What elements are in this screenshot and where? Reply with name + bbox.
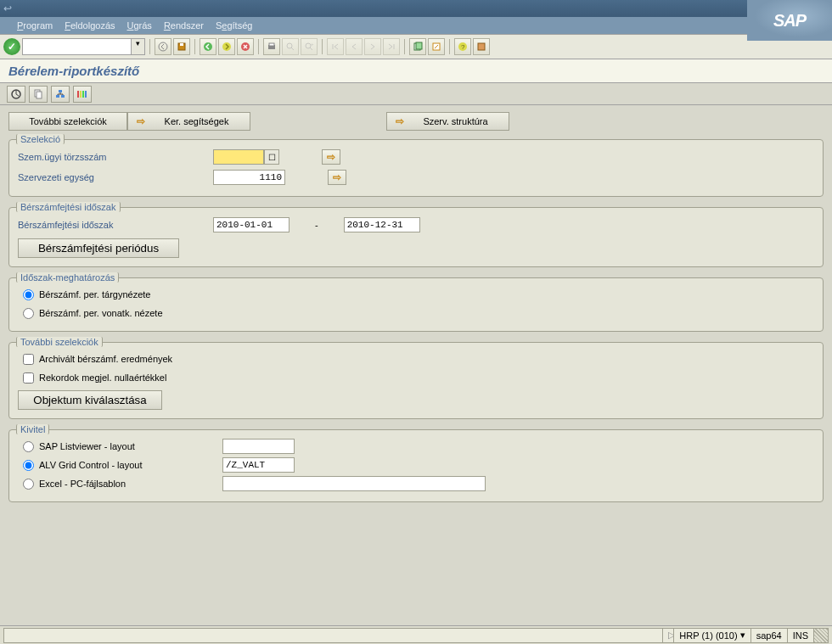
sap-logo: SAP xyxy=(747,0,832,41)
excel-label: Excel - PC-fájlsablon xyxy=(39,479,217,489)
alv-grid-layout-input[interactable] xyxy=(222,457,295,473)
excel-radio[interactable] xyxy=(23,479,34,490)
menu-rendszer[interactable]: Rendszer xyxy=(164,20,204,31)
svg-rect-30 xyxy=(59,90,62,92)
new-session-button[interactable] xyxy=(409,38,426,55)
svg-rect-13 xyxy=(269,43,274,46)
back-green-button[interactable] xyxy=(200,38,216,55)
back-button[interactable] xyxy=(155,38,171,55)
svg-point-8 xyxy=(222,42,231,51)
sap-window: ↩ SAP Program Feldolgozás Ugrás Rendszer… xyxy=(0,0,832,644)
menu-segitseg[interactable]: Segítség xyxy=(216,20,252,31)
ker-segitsegek-button[interactable]: ⇨Ker. segítségek xyxy=(127,112,250,131)
next-page-button[interactable] xyxy=(364,38,381,55)
first-page-button[interactable] xyxy=(327,38,344,55)
multiple-selection-button[interactable]: ⇨ xyxy=(328,170,346,185)
exit-button[interactable] xyxy=(218,38,235,55)
toolbar-separator xyxy=(149,39,150,54)
status-message-area xyxy=(3,628,664,643)
command-field[interactable]: ▾ xyxy=(22,38,145,55)
find-button[interactable] xyxy=(282,38,299,55)
status-system[interactable]: HRP (1) (010) ▾ xyxy=(673,628,750,643)
multiple-selection-button[interactable]: ⇨ xyxy=(322,149,340,165)
menu-feldolgozas[interactable]: Feldolgozás xyxy=(65,20,115,31)
selection-screen: További szelekciók ⇨Ker. segítségek ⇨Sze… xyxy=(0,105,832,625)
sap-listviewer-radio[interactable] xyxy=(23,441,34,452)
status-msg-icon[interactable]: ▷ xyxy=(662,628,674,643)
arrow-right-icon: ⇨ xyxy=(327,151,335,163)
statusbar: ▷ HRP (1) (010) ▾ sap64 INS xyxy=(0,625,832,644)
archivalt-checkbox[interactable] xyxy=(23,354,34,365)
command-field-dropdown-icon[interactable]: ▾ xyxy=(131,39,144,54)
dropdown-icon: ▾ xyxy=(740,630,745,641)
app-menu-icon[interactable]: ↩ xyxy=(3,3,15,14)
get-variant-button[interactable] xyxy=(29,86,48,103)
excel-template-input[interactable] xyxy=(222,476,486,491)
cancel-button[interactable] xyxy=(237,38,254,55)
szelekcio-legend: Szelekció xyxy=(16,134,65,144)
page-title-bar: Bérelem-riportkészítő xyxy=(0,59,832,83)
arrow-right-icon: ⇨ xyxy=(137,115,145,127)
toolbar-separator xyxy=(322,39,323,54)
prev-page-button[interactable] xyxy=(346,38,363,55)
alv-grid-label: ALV Grid Control - layout xyxy=(39,460,217,470)
top-button-row: További szelekciók ⇨Ker. segítségek ⇨Sze… xyxy=(8,112,824,131)
tovabbi-sz-group: További szelekciók Archivált bérszámf. e… xyxy=(8,342,824,419)
archivalt-label: Archivált bérszámf. eredmények xyxy=(39,354,172,364)
tovabbi-sz-legend: További szelekciók xyxy=(16,337,103,347)
application-toolbar xyxy=(0,83,832,105)
idoszak-meg-legend: Időszak-meghatározás xyxy=(16,272,119,283)
create-shortcut-button[interactable] xyxy=(428,38,445,55)
status-mode: INS xyxy=(787,628,814,643)
szervezeti-input[interactable] xyxy=(213,170,285,185)
toolbar-separator xyxy=(404,39,405,54)
sap-listviewer-layout-input[interactable] xyxy=(222,439,295,454)
targynezet-label: Bérszámf. per. tárgynézete xyxy=(39,289,150,300)
f4-help-button[interactable]: ☐ xyxy=(264,149,279,165)
svg-text:+: + xyxy=(311,42,314,47)
berszam-legend: Bérszámfejtési időszak xyxy=(16,202,121,212)
svg-point-4 xyxy=(159,42,167,51)
menubar: Program Feldolgozás Ugrás Rendszer Segít… xyxy=(0,17,832,34)
save-button[interactable] xyxy=(173,38,190,55)
menu-program[interactable]: Program xyxy=(17,20,53,31)
szelekcio-group: Szelekció Szem.ügyi törzsszám ☐ ⇨ Szerve… xyxy=(8,139,824,197)
help-button[interactable]: ? xyxy=(454,38,471,55)
last-page-button[interactable] xyxy=(383,38,400,55)
customize-layout-button[interactable] xyxy=(473,38,490,55)
org-structure-icon-button[interactable] xyxy=(51,86,70,103)
rekordok-checkbox[interactable] xyxy=(23,372,34,384)
targynezet-radio[interactable] xyxy=(23,289,34,300)
date-to-input[interactable] xyxy=(344,217,420,232)
szerv-struktura-button[interactable]: ⇨Szerv. struktúra xyxy=(386,112,509,131)
resize-grip[interactable] xyxy=(813,628,829,643)
periodus-button[interactable]: Bérszámfejtési periódus xyxy=(18,238,179,258)
toolbar-separator xyxy=(449,39,450,54)
execute-button[interactable] xyxy=(7,86,25,103)
arrow-right-icon: ⇨ xyxy=(396,115,404,127)
svg-line-15 xyxy=(291,48,294,50)
idoszak-label: Bérszámfejtési időszak xyxy=(18,220,213,230)
berszam-group: Bérszámfejtési időszak Bérszámfejtési id… xyxy=(8,207,824,267)
tovabbi-szelekciok-button[interactable]: További szelekciók xyxy=(8,112,127,131)
vonatk-label: Bérszámf. per. vonatk. nézete xyxy=(39,308,163,318)
idoszak-meg-group: Időszak-meghatározás Bérszámf. per. tárg… xyxy=(8,277,824,332)
svg-text:?: ? xyxy=(461,43,465,51)
toolbar-separator xyxy=(258,39,259,54)
print-button[interactable] xyxy=(263,38,280,55)
vonatk-radio[interactable] xyxy=(23,308,34,319)
alv-grid-radio[interactable] xyxy=(23,460,34,471)
svg-rect-29 xyxy=(37,92,42,98)
find-next-button[interactable]: + xyxy=(301,38,318,55)
kivitel-group: Kivitel SAP Listviewer - layout ALV Grid… xyxy=(8,429,824,502)
sort-button[interactable] xyxy=(73,86,92,103)
enter-button[interactable]: ✓ xyxy=(3,38,20,55)
date-from-input[interactable] xyxy=(213,217,290,232)
svg-line-17 xyxy=(310,48,312,50)
objektum-button[interactable]: Objektum kiválasztása xyxy=(18,390,162,410)
svg-line-27 xyxy=(16,94,19,96)
torzsszam-input[interactable] xyxy=(213,149,264,165)
menu-ugras[interactable]: Ugrás xyxy=(127,20,152,31)
svg-rect-24 xyxy=(478,43,485,50)
svg-point-7 xyxy=(204,42,212,51)
